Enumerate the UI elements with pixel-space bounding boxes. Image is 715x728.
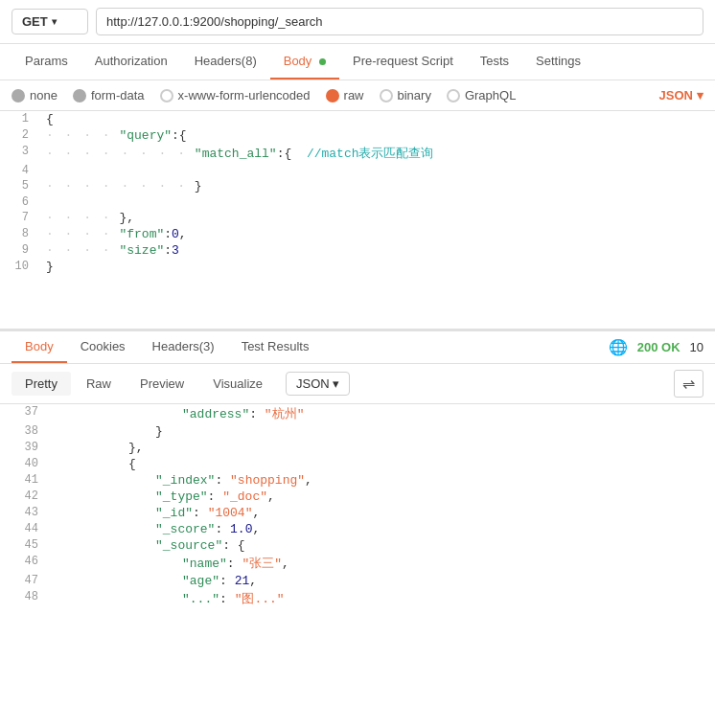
resp-content-47: "age": 21, <box>48 573 715 589</box>
tab-params[interactable]: Params <box>12 44 81 80</box>
tab-authorization[interactable]: Authorization <box>81 44 181 80</box>
resp-num-43: 43 <box>0 505 48 520</box>
tab-pre-request[interactable]: Pre-request Script <box>339 44 467 80</box>
resp-content-43: "_id": "1004", <box>48 505 715 521</box>
resp-content-40: { <box>48 456 715 472</box>
resp-line-47: 47 "age": 21, <box>0 573 715 589</box>
code-line-7: 7 · · · · }, <box>0 210 715 226</box>
resp-format-raw[interactable]: Raw <box>73 372 125 396</box>
resp-format-visualize[interactable]: Visualize <box>199 372 276 396</box>
resp-line-38: 38 } <box>0 423 715 440</box>
status-code: 10 <box>690 340 703 354</box>
resp-num-41: 41 <box>0 472 48 488</box>
status-ok-label: 200 OK <box>637 340 680 354</box>
resp-num-37: 37 <box>0 404 48 420</box>
resp-line-46: 46 "name": "张三", <box>0 554 715 573</box>
method-chevron-icon: ▾ <box>52 16 57 27</box>
resp-format-preview[interactable]: Preview <box>127 372 197 396</box>
resp-content-41: "_index": "shopping", <box>48 472 715 489</box>
resp-tab-test-results[interactable]: Test Results <box>228 331 323 363</box>
resp-num-38: 38 <box>0 423 48 439</box>
resp-content-45: "_source": { <box>48 537 715 554</box>
code-editor[interactable]: 1 { 2 · · · · "query":{ 3 · · · · · · · … <box>0 111 715 331</box>
request-tabs: Params Authorization Headers(8) Body Pre… <box>0 44 715 80</box>
resp-num-47: 47 <box>0 573 48 588</box>
format-graphql-label: GraphQL <box>465 88 516 102</box>
format-binary[interactable]: binary <box>380 88 431 102</box>
response-format-row: Pretty Raw Preview Visualize JSON ▾ ⇌ <box>0 364 715 404</box>
resp-json-label: JSON <box>296 376 330 391</box>
url-bar: GET ▾ <box>0 0 715 44</box>
resp-content-46: "name": "张三", <box>48 554 715 573</box>
method-selector[interactable]: GET ▾ <box>12 9 88 34</box>
tab-body[interactable]: Body <box>270 44 339 80</box>
resp-num-44: 44 <box>0 521 48 536</box>
resp-num-42: 42 <box>0 489 48 504</box>
format-form-data-label: form-data <box>91 88 145 102</box>
line-num-3: 3 <box>0 144 38 159</box>
resp-line-39: 39 }, <box>0 440 715 456</box>
resp-line-42: 42 "_type": "_doc", <box>0 489 715 505</box>
code-line-6: 6 <box>0 194 715 210</box>
line-num-8: 8 <box>0 226 38 241</box>
line-content-5: · · · · · · · · } <box>38 178 715 194</box>
format-urlencoded[interactable]: x-www-form-urlencoded <box>160 88 311 102</box>
resp-line-43: 43 "_id": "1004", <box>0 505 715 521</box>
code-line-9: 9 · · · · "size":3 <box>0 242 715 259</box>
json-type-selector[interactable]: JSON ▾ <box>659 88 703 102</box>
format-raw-label: raw <box>344 88 364 102</box>
resp-content-38: } <box>48 423 715 440</box>
line-content-6 <box>38 194 715 196</box>
resp-tab-headers[interactable]: Headers(3) <box>139 331 228 363</box>
body-format-row: none form-data x-www-form-urlencoded raw… <box>0 80 715 111</box>
format-raw[interactable]: raw <box>326 88 364 102</box>
resp-format-pretty[interactable]: Pretty <box>12 372 71 396</box>
format-form-data[interactable]: form-data <box>73 88 145 102</box>
radio-raw-dot <box>326 89 339 102</box>
resp-line-40: 40 { <box>0 456 715 472</box>
line-num-2: 2 <box>0 127 38 143</box>
line-content-7: · · · · }, <box>38 210 715 226</box>
resp-content-37: "address": "杭州" <box>48 404 715 423</box>
format-none[interactable]: none <box>12 88 58 102</box>
resp-content-42: "_type": "_doc", <box>48 489 715 505</box>
tab-tests[interactable]: Tests <box>467 44 522 80</box>
line-content-1: { <box>38 111 715 127</box>
tab-settings[interactable]: Settings <box>522 44 594 80</box>
json-type-label: JSON <box>659 88 693 102</box>
format-urlencoded-label: x-www-form-urlencoded <box>178 88 311 102</box>
resp-num-40: 40 <box>0 456 48 471</box>
resp-num-46: 46 <box>0 554 48 569</box>
line-num-1: 1 <box>0 111 38 126</box>
method-label: GET <box>22 14 48 29</box>
globe-icon: 🌐 <box>609 338 628 356</box>
resp-tab-cookies[interactable]: Cookies <box>67 331 139 363</box>
line-content-4 <box>38 163 715 165</box>
line-content-3: · · · · · · · · "match_all":{ //match表示匹… <box>38 144 715 163</box>
line-num-6: 6 <box>0 194 38 210</box>
format-graphql[interactable]: GraphQL <box>447 88 516 102</box>
radio-none-dot <box>12 89 25 102</box>
resp-content-44: "_score": 1.0, <box>48 521 715 537</box>
line-content-9: · · · · "size":3 <box>38 242 715 259</box>
tab-headers[interactable]: Headers(8) <box>181 44 270 80</box>
resp-line-45: 45 "_source": { <box>0 537 715 554</box>
line-content-2: · · · · "query":{ <box>38 127 715 144</box>
radio-graphql-dot <box>447 89 460 102</box>
line-num-5: 5 <box>0 178 38 193</box>
resp-json-selector[interactable]: JSON ▾ <box>286 372 350 396</box>
resp-line-37: 37 "address": "杭州" <box>0 404 715 423</box>
response-code: 37 "address": "杭州" 38 } 39 }, 40 { 41 "_… <box>0 404 715 672</box>
resp-line-41: 41 "_index": "shopping", <box>0 472 715 489</box>
url-input[interactable] <box>96 8 703 35</box>
code-line-8: 8 · · · · "from":0, <box>0 226 715 242</box>
code-line-4: 4 <box>0 163 715 178</box>
line-num-4: 4 <box>0 163 38 178</box>
resp-tab-body[interactable]: Body <box>12 331 67 363</box>
resp-json-chevron-icon: ▾ <box>333 376 339 391</box>
wrap-lines-icon[interactable]: ⇌ <box>674 370 703 398</box>
radio-binary-dot <box>380 89 393 102</box>
code-line-10: 10 } <box>0 259 715 275</box>
body-active-dot <box>319 58 326 65</box>
line-num-10: 10 <box>0 259 38 274</box>
